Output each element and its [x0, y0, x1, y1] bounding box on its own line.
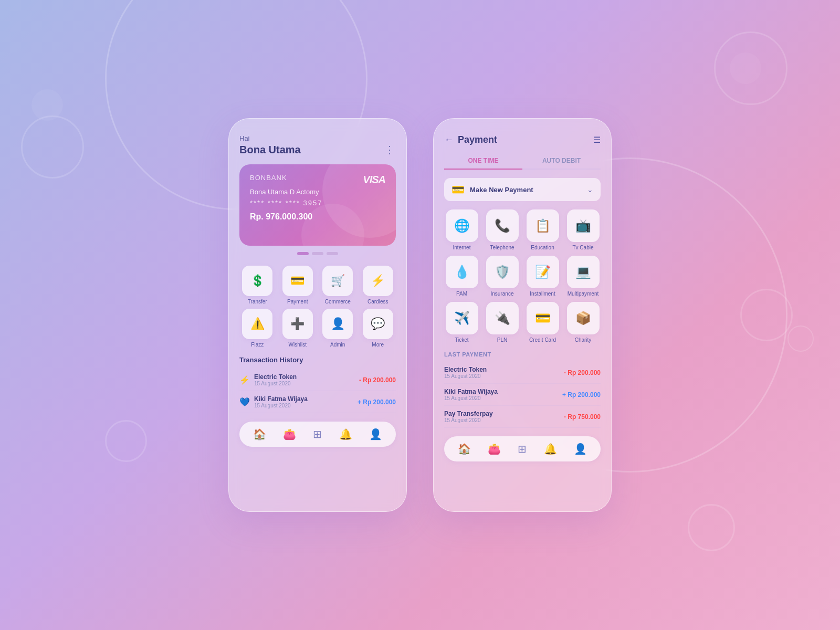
dot	[327, 252, 338, 255]
card-indicator	[239, 252, 396, 255]
more-label: More	[372, 342, 384, 348]
nav-home-icon[interactable]: 🏠	[253, 428, 266, 440]
quick-item-cardless[interactable]: ⚡ Cardless	[360, 266, 396, 304]
wishlist-icon-box[interactable]: ➕	[282, 309, 313, 339]
tx-name: Kiki Fatma Wijaya	[254, 395, 308, 403]
quick-item-payment[interactable]: 💳 Payment	[280, 266, 316, 304]
pay-item-telephone[interactable]: 📞 Telephone	[485, 209, 520, 250]
quick-item-wishlist[interactable]: ➕ Wishlist	[280, 309, 316, 348]
nav-notifications-icon[interactable]: 🔔	[544, 443, 557, 455]
more-menu-button[interactable]: ⋮	[384, 143, 396, 156]
cardless-icon-box[interactable]: ⚡	[363, 266, 393, 296]
telephone-label: Telephone	[490, 245, 514, 250]
installment-label: Installment	[530, 291, 555, 297]
payment-categories-grid: 🌐 Internet 📞 Telephone 📋 Education 📺 Tv …	[444, 209, 601, 343]
bottom-nav: 🏠 👛 ⊞ 🔔 👤	[239, 422, 396, 447]
quick-actions-grid: 💲 Transfer 💳 Payment 🛒 Commerce ⚡ Cardle…	[239, 266, 396, 348]
card-balance: Rp. 976.000.300	[250, 212, 385, 222]
payment-tabs: ONE TIME AUTO DEBIT	[444, 153, 601, 170]
user-name: Bona Utama	[239, 144, 301, 156]
pay-item-creditcard[interactable]: 💳 Credit Card	[525, 302, 560, 343]
flazz-icon-box[interactable]: ⚠️	[242, 309, 272, 339]
back-button[interactable]: ←	[444, 134, 454, 145]
pay-item-installment[interactable]: 📝 Installment	[525, 256, 560, 297]
creditcard-icon-box[interactable]: 💳	[527, 302, 559, 334]
last-payment-title: LAST PAYMENT	[444, 351, 601, 358]
nav-grid-icon[interactable]: ⊞	[313, 428, 322, 440]
pay-item-tvcable[interactable]: 📺 Tv Cable	[565, 209, 601, 250]
pay-item-insurance[interactable]: 🛡️ Insurance	[485, 256, 520, 297]
lp-date: 15 August 2020	[444, 395, 498, 401]
lp-name: Pay Transferpay	[444, 410, 493, 417]
quick-item-commerce[interactable]: 🛒 Commerce	[320, 266, 356, 304]
menu-lines-icon[interactable]: ☰	[593, 135, 601, 145]
tab-auto-debit[interactable]: AUTO DEBIT	[522, 153, 601, 169]
lp-name: Electric Token	[444, 366, 487, 373]
bg-deco-circle	[32, 89, 63, 121]
tx-amount: - Rp 200.000	[359, 376, 396, 384]
pay-item-ticket[interactable]: ✈️ Ticket	[444, 302, 479, 343]
bg-deco-circle	[21, 116, 84, 178]
wishlist-label: Wishlist	[289, 342, 307, 348]
quick-item-admin[interactable]: 👤 Admin	[320, 309, 356, 348]
quick-item-transfer[interactable]: 💲 Transfer	[239, 266, 276, 304]
tab-one-time[interactable]: ONE TIME	[444, 153, 522, 170]
transaction-item: 💙 Kiki Fatma Wijaya 15 August 2020 + Rp …	[239, 391, 396, 413]
new-payment-label: Make New Payment	[470, 186, 533, 194]
internet-icon-box[interactable]: 🌐	[446, 209, 478, 242]
tx-date: 15 August 2020	[254, 403, 308, 408]
nav-wallet-icon[interactable]: 👛	[488, 443, 501, 455]
tvcable-icon-box[interactable]: 📺	[567, 209, 600, 242]
lp-name: Kiki Fatma Wijaya	[444, 388, 498, 395]
pay-item-education[interactable]: 📋 Education	[525, 209, 560, 250]
multipayment-label: Multipayment	[568, 291, 598, 297]
make-new-payment-row[interactable]: 💳 Make New Payment ⌄	[444, 178, 601, 201]
nav-notifications-icon[interactable]: 🔔	[339, 428, 352, 440]
bg-deco-circle	[730, 52, 761, 84]
insurance-label: Insurance	[491, 291, 514, 297]
card-holder-name: Bona Utama D Actomy	[250, 188, 385, 196]
education-icon-box[interactable]: 📋	[527, 209, 559, 242]
nav-wallet-icon[interactable]: 👛	[283, 428, 296, 440]
ticket-icon-box[interactable]: ✈️	[446, 302, 478, 334]
commerce-label: Commerce	[325, 299, 351, 304]
charity-icon-box[interactable]: 📦	[567, 302, 600, 334]
payment-icon-box[interactable]: 💳	[282, 266, 313, 296]
dot-active	[297, 252, 309, 255]
pam-icon-box[interactable]: 💧	[446, 256, 478, 288]
multipayment-icon-box[interactable]: 💻	[567, 256, 600, 288]
quick-item-more[interactable]: 💬 More	[360, 309, 396, 348]
installment-icon-box[interactable]: 📝	[527, 256, 559, 288]
pln-icon-box[interactable]: 🔌	[486, 302, 519, 334]
telephone-icon-box[interactable]: 📞	[486, 209, 519, 242]
last-payment-item: Pay Transferpay 15 August 2020 - Rp 750.…	[444, 406, 601, 428]
nav-profile-icon[interactable]: 👤	[574, 443, 587, 455]
nav-profile-icon[interactable]: 👤	[369, 428, 382, 440]
pay-item-pln[interactable]: 🔌 PLN	[485, 302, 520, 343]
new-payment-icon: 💳	[452, 183, 465, 196]
pay-item-pam[interactable]: 💧 PAM	[444, 256, 479, 297]
lp-amount: + Rp 200.000	[562, 391, 601, 398]
more-icon-box[interactable]: 💬	[363, 309, 393, 339]
admin-label: Admin	[330, 342, 345, 348]
pay-item-charity[interactable]: 📦 Charity	[565, 302, 601, 343]
insurance-icon-box[interactable]: 🛡️	[486, 256, 519, 288]
commerce-icon-box[interactable]: 🛒	[322, 266, 353, 296]
bg-deco-circle	[688, 504, 735, 551]
bg-deco-circle	[788, 326, 814, 352]
transfer-icon-box[interactable]: 💲	[242, 266, 272, 296]
phone-payment: ← Payment ☰ ONE TIME AUTO DEBIT 💳 Make N…	[433, 118, 612, 512]
pam-label: PAM	[456, 291, 467, 297]
tx-icon: ⚡	[239, 375, 250, 385]
quick-item-flazz[interactable]: ⚠️ Flazz	[239, 309, 276, 348]
nav-grid-icon[interactable]: ⊞	[518, 443, 527, 455]
bottom-nav-payment: 🏠 👛 ⊞ 🔔 👤	[444, 436, 601, 461]
transfer-label: Transfer	[248, 299, 267, 304]
page-title: Payment	[458, 134, 497, 145]
pay-item-internet[interactable]: 🌐 Internet	[444, 209, 479, 250]
credit-card: BONBANK VISA Bona Utama D Actomy **** **…	[239, 164, 396, 246]
pay-item-multipayment[interactable]: 💻 Multipayment	[565, 256, 601, 297]
nav-home-icon[interactable]: 🏠	[458, 443, 471, 455]
ticket-label: Ticket	[455, 337, 468, 343]
admin-icon-box[interactable]: 👤	[322, 309, 353, 339]
